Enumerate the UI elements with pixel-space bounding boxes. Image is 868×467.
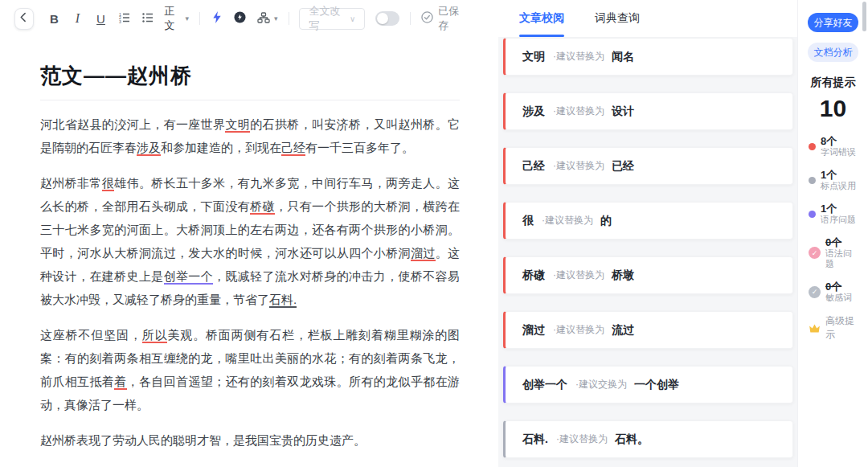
stat-item[interactable]: ✓0个敏感词 — [808, 281, 858, 303]
ai-proofread-button[interactable] — [234, 9, 247, 28]
doc-analysis-button[interactable]: 文档分析 — [808, 43, 858, 62]
doc-paragraph: 河北省赵县的洨河上，有一座世界文明的石拱桥，叫安济桥，又叫赵州桥。它是隋朝的石匠… — [40, 113, 460, 159]
structure-select[interactable]: ▾ — [257, 12, 278, 26]
text-segment: 赵州桥非常 — [40, 176, 102, 190]
suggestion-card[interactable]: 石料. ·建议替换为 石料。 — [503, 420, 793, 458]
divider — [410, 12, 411, 25]
tab-proofread[interactable]: 文章校阅 — [519, 0, 564, 37]
stat-text: 1个语序问题 — [821, 203, 856, 225]
doc-paragraph: 赵州桥非常很雄伟。桥长五十多米，有九米多宽，中间行车马，两旁走人。这么长的桥，全… — [40, 171, 460, 311]
marked-text[interactable]: 文明 — [225, 117, 250, 133]
suggestion-action: ·建议替换为 — [553, 268, 604, 282]
divider — [199, 12, 200, 25]
suggestion-card[interactable]: 桥礅 ·建议替换为 桥墩 — [503, 256, 793, 294]
underline-button[interactable]: U — [95, 9, 108, 28]
bold-button[interactable]: B — [48, 9, 61, 28]
toolbar: B I U _123 正文 ▾ — [0, 0, 797, 37]
right-sidebar: 分享好友 文档分析 所有提示 10 8个字词错误1个标点误用1个语序问题✓0个语… — [797, 0, 868, 467]
marked-text[interactable]: 涉及 — [137, 141, 161, 156]
saved-label: 已保存 — [438, 4, 463, 33]
replacement-word: 闻名 — [612, 50, 634, 64]
error-word: 己经 — [522, 159, 545, 174]
marked-text[interactable]: 桥礅 — [250, 199, 275, 215]
suggestion-card[interactable]: 涉及 ·建议替换为 设计 — [503, 92, 793, 130]
error-word: 桥礅 — [522, 268, 545, 283]
suggestion-action: ·建议替换为 — [553, 159, 604, 173]
stat-label: 标点误用 — [821, 181, 856, 191]
scrollbar-thumb[interactable] — [862, 2, 866, 31]
share-button[interactable]: 分享好友 — [808, 13, 858, 32]
marked-text[interactable]: 石料. — [269, 293, 297, 308]
text-segment: 和参加建造的，到现在 — [161, 141, 281, 154]
marked-text[interactable]: 所以 — [142, 328, 168, 343]
replacement-word: 设计 — [612, 104, 634, 119]
chevron-left-icon — [18, 12, 29, 25]
ai-bolt-button[interactable] — [211, 9, 223, 28]
stat-item[interactable]: ✓0个语法问题 — [808, 236, 858, 269]
suggestion-panel: 文明 ·建议替换为 闻名 涉及 ·建议替换为 设计 己经 ·建议替换为 已经 很… — [498, 37, 797, 467]
content-row: 范文——赵州桥 河北省赵县的洨河上，有一座世界文明的石拱桥，叫安济桥，又叫赵州桥… — [0, 37, 797, 467]
marked-text[interactable]: 创举一个 — [164, 269, 213, 285]
chevron-down-icon: ▾ — [186, 14, 190, 23]
toggle-knob — [377, 13, 388, 24]
tab-dictionary[interactable]: 词典查询 — [595, 0, 640, 37]
category-dot-icon — [809, 177, 816, 184]
chevron-down-icon: ▾ — [274, 14, 278, 23]
text-segment: 河北省赵县的洨河上，有一座世界 — [40, 117, 225, 131]
suggestion-action: ·建议替换为 — [553, 104, 604, 118]
text-segment: 赵州桥表现了劳动人民的聪明才智，是我国宝贵的历史遗产。 — [40, 433, 366, 447]
check-circle-icon: ✓ — [809, 286, 821, 298]
stat-item[interactable]: 8个字词错误 — [808, 135, 858, 158]
tabs: 文章校阅词典查询 — [498, 0, 797, 37]
replacement-word: 的 — [600, 214, 612, 228]
app-root: B I U _123 正文 ▾ — [0, 0, 868, 467]
stat-text: 0个敏感词 — [825, 281, 852, 303]
marked-text[interactable]: 己经 — [281, 141, 305, 156]
category-dot-icon — [809, 211, 816, 218]
marked-text[interactable]: 着 — [114, 375, 126, 390]
error-word: 很 — [522, 214, 534, 228]
stat-label: 高级提示 — [825, 314, 858, 342]
suggestion-action: ·建议交换为 — [575, 378, 627, 391]
document-panel[interactable]: 范文——赵州桥 河北省赵县的洨河上，有一座世界文明的石拱桥，叫安济桥，又叫赵州桥… — [0, 37, 498, 467]
suggestion-action: ·建议替换为 — [553, 50, 604, 63]
doc-paragraph: 赵州桥表现了劳动人民的聪明才智，是我国宝贵的历史遗产。 — [40, 428, 460, 452]
back-button[interactable] — [14, 8, 34, 30]
stat-text: 8个字词错误 — [821, 135, 856, 158]
rewrite-label: 全文改写 — [309, 4, 343, 33]
stat-label: 敏感词 — [825, 293, 852, 303]
suggestion-card[interactable]: 创举一个 ·建议交换为 一个创举 — [503, 366, 793, 404]
stat-item[interactable]: 高级提示 — [808, 314, 858, 342]
replacement-word: 流过 — [612, 323, 634, 338]
marked-text[interactable]: 溜过 — [411, 246, 436, 261]
suggestion-card[interactable]: 己经 ·建议替换为 已经 — [503, 147, 793, 185]
stat-item[interactable]: 1个标点误用 — [808, 169, 858, 191]
divider — [289, 12, 289, 25]
paragraph-style-select[interactable]: 正文 ▾ — [165, 4, 190, 33]
document-body: 河北省赵县的洨河上，有一座世界文明的石拱桥，叫安济桥，又叫赵州桥。它是隋朝的石匠… — [40, 113, 460, 452]
stat-count: 1个 — [821, 169, 856, 181]
unordered-list-icon — [141, 11, 154, 27]
saved-status: 已保存 — [421, 4, 463, 33]
unordered-list-button[interactable] — [141, 9, 154, 28]
toolbar-left: B I U _123 正文 ▾ — [0, 0, 498, 37]
toggle-switch[interactable] — [375, 11, 399, 26]
replacement-word: 已经 — [612, 159, 634, 174]
stat-text: 1个标点误用 — [821, 169, 856, 191]
suggestion-card[interactable]: 文明 ·建议替换为 闻名 — [503, 38, 793, 76]
chevron-down-icon: ∨ — [350, 14, 355, 23]
marked-text[interactable]: 很 — [102, 176, 114, 191]
suggestion-list: 文明 ·建议替换为 闻名 涉及 ·建议替换为 设计 己经 ·建议替换为 已经 很… — [503, 38, 793, 458]
doc-paragraph: 这座桥不但坚固，所以美观。桥面两侧有石栏，栏板上雕刻着糊里糊涂的图案：有的刻着两… — [40, 323, 460, 416]
document-title: 范文——赵州桥 — [40, 63, 460, 100]
all-hints-label: 所有提示 — [808, 76, 858, 90]
replacement-word: 石料。 — [615, 432, 649, 447]
rewrite-fulltext-button[interactable]: 全文改写 ∨ — [299, 8, 365, 30]
italic-button[interactable]: I — [72, 9, 84, 28]
stat-item[interactable]: 1个语序问题 — [808, 203, 858, 225]
suggestion-card[interactable]: 很 ·建议替换为 的 — [503, 202, 793, 240]
ordered-list-button[interactable]: _123 — [118, 9, 131, 28]
suggestion-card[interactable]: 溜过 ·建议替换为 流过 — [503, 311, 793, 349]
stat-count: 0个 — [825, 236, 858, 248]
stat-label: 语法问题 — [825, 248, 858, 269]
